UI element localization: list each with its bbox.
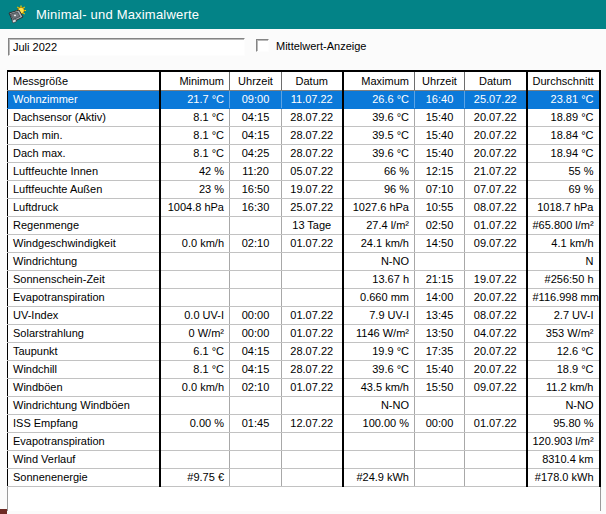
table-cell[interactable]: 04.07.22 [465,324,527,342]
table-row[interactable]: Windchill8.1 °C04:1528.07.2239.6 °C15:40… [8,360,600,378]
table-cell[interactable]: 39.6 °C [343,108,415,126]
table-cell[interactable] [282,288,343,306]
table-cell[interactable]: #65.800 l/m² [527,216,600,234]
table-cell[interactable]: 120.903 l/m² [527,432,600,450]
table-cell[interactable]: 01.07.22 [465,414,527,432]
table-cell[interactable]: Dach min. [8,126,160,144]
table-cell[interactable]: Taupunkt [8,342,160,360]
table-cell[interactable]: N-NO [343,396,415,414]
table-row[interactable]: Windgeschwindigkeit0.0 km/h02:1001.07.22… [8,234,600,252]
table-cell[interactable]: 18.89 °C [527,108,600,126]
table-cell[interactable]: 04:15 [230,108,282,126]
table-cell[interactable] [230,468,282,486]
table-cell[interactable] [160,252,230,270]
table-cell[interactable] [160,270,230,288]
table-cell[interactable]: 04:15 [230,360,282,378]
table-cell[interactable]: 25.07.22 [465,90,527,108]
table-cell[interactable]: Windgeschwindigkeit [8,234,160,252]
table-cell[interactable]: 19.07.22 [282,180,343,198]
table-row[interactable]: Sonnenenergie#9.75 €#24.9 kWh#178.0 kWh [8,468,600,486]
table-cell[interactable] [415,252,465,270]
table-cell[interactable] [282,468,343,486]
table-cell[interactable]: 01.07.22 [465,216,527,234]
table-cell[interactable]: 15:40 [415,360,465,378]
table-cell[interactable]: 15:50 [415,378,465,396]
table-cell[interactable]: 10:55 [415,198,465,216]
table-cell[interactable]: Windrichtung Windböen [8,396,160,414]
table-cell[interactable]: 00:00 [230,306,282,324]
table-cell[interactable] [465,396,527,414]
table-cell[interactable] [160,396,230,414]
table-cell[interactable]: 21.7 °C [160,90,230,108]
table-row[interactable]: Taupunkt6.1 °C04:1528.07.2219.9 °C17:352… [8,342,600,360]
table-cell[interactable]: 1004.8 hPa [160,198,230,216]
table-cell[interactable] [282,252,343,270]
table-cell[interactable]: 55 % [527,162,600,180]
table-cell[interactable]: 16:50 [230,180,282,198]
table-cell[interactable]: 08.07.22 [465,306,527,324]
table-cell[interactable]: 01.07.22 [282,234,343,252]
table-cell[interactable]: 39.6 °C [343,144,415,162]
table-cell[interactable]: 66 % [343,162,415,180]
table-cell[interactable]: 28.07.22 [282,144,343,162]
table-row[interactable]: Luftfeuchte Außen23 %16:5019.07.2296 %07… [8,180,600,198]
table-cell[interactable]: Windrichtung [8,252,160,270]
table-cell[interactable]: 19.9 °C [343,342,415,360]
table-cell[interactable]: 20.07.22 [465,342,527,360]
table-cell[interactable]: 02:50 [415,216,465,234]
table-cell[interactable]: UV-Index [8,306,160,324]
table-cell[interactable]: 23 % [160,180,230,198]
table-row[interactable]: Sonnenschein-Zeit13.67 h21:1519.07.22#25… [8,270,600,288]
table-cell[interactable] [282,270,343,288]
table-cell[interactable]: Evapotranspiration [8,288,160,306]
table-row[interactable]: Evapotranspiration0.660 mm14:0020.07.22#… [8,288,600,306]
table-cell[interactable] [465,252,527,270]
table-cell[interactable]: 16:30 [230,198,282,216]
table-cell[interactable]: N-NO [527,396,600,414]
table-cell[interactable] [282,450,343,468]
table-cell[interactable]: 12.07.22 [282,414,343,432]
table-cell[interactable]: Dachsensor (Aktiv) [8,108,160,126]
table-cell[interactable]: 6.1 °C [160,342,230,360]
table-cell[interactable]: 39.6 °C [343,360,415,378]
table-cell[interactable]: 14:50 [415,234,465,252]
table-cell[interactable]: 0.0 km/h [160,234,230,252]
table-cell[interactable]: 26.6 °C [343,90,415,108]
table-cell[interactable] [230,432,282,450]
table-cell[interactable] [160,432,230,450]
table-cell[interactable]: 25.07.22 [282,198,343,216]
table-cell[interactable]: 28.07.22 [282,360,343,378]
table-cell[interactable]: 0.660 mm [343,288,415,306]
table-cell[interactable]: 21.07.22 [465,162,527,180]
mittelwert-checkbox-label[interactable]: Mittelwert-Anzeige [276,40,366,52]
table-cell[interactable]: Wind Verlauf [8,450,160,468]
table-cell[interactable]: 42 % [160,162,230,180]
table-cell[interactable]: 2.7 UV-I [527,306,600,324]
table-cell[interactable]: 0 W/m² [160,324,230,342]
window-titlebar[interactable]: Minimal- und Maximalwerte [0,0,606,29]
table-cell[interactable] [465,432,527,450]
table-cell[interactable]: 16:40 [415,90,465,108]
table-cell[interactable] [465,468,527,486]
table-cell[interactable]: #116.998 mm [527,288,600,306]
table-cell[interactable] [230,396,282,414]
table-cell[interactable]: 18.84 °C [527,126,600,144]
table-cell[interactable]: Windchill [8,360,160,378]
table-cell[interactable]: Evapotranspiration [8,432,160,450]
table-cell[interactable]: 04:25 [230,144,282,162]
table-cell[interactable]: 8.1 °C [160,144,230,162]
column-header[interactable]: Uhrzeit [230,71,282,90]
period-input[interactable] [8,38,245,56]
table-cell[interactable]: 0.0 UV-I [160,306,230,324]
table-cell[interactable]: Solarstrahlung [8,324,160,342]
table-cell[interactable]: 24.1 km/h [343,234,415,252]
table-cell[interactable]: 17:35 [415,342,465,360]
table-cell[interactable]: 69 % [527,180,600,198]
table-cell[interactable]: Dach max. [8,144,160,162]
table-row[interactable]: WindrichtungN-NON [8,252,600,270]
table-cell[interactable]: 01.07.22 [282,378,343,396]
table-cell[interactable]: 20.07.22 [465,126,527,144]
table-cell[interactable]: 8.1 °C [160,108,230,126]
table-cell[interactable]: Regenmenge [8,216,160,234]
table-cell[interactable]: 28.07.22 [282,342,343,360]
